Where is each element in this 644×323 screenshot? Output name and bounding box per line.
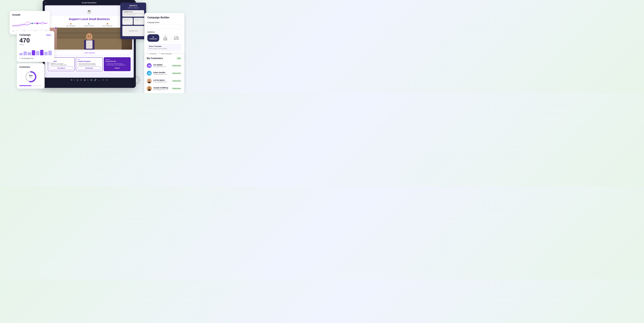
customers-progress-bar <box>20 85 42 86</box>
customer-name-adam: Adam Sandler <box>153 71 170 73</box>
separator-1: | <box>80 24 80 26</box>
customer-email-joseph: joseph.g@domain.com <box>153 89 170 90</box>
svg-text:Open: Open <box>29 77 32 78</box>
audience-tabs: ⊞ Collection 📋 Copy Paste ⬆ File Upload <box>147 34 181 42</box>
truck-icon: 🚚 <box>70 23 72 24</box>
get-shipped-item: 🚚 Get It Shipped <box>66 23 75 27</box>
status-badge-adam: Subscribed <box>172 72 182 74</box>
delivery-icon: 📦 <box>106 23 108 24</box>
widget-half-1[interactable] <box>122 18 133 25</box>
see-options-button[interactable]: See Options <box>50 67 73 70</box>
my-customers-header: My Customers 149 <box>147 57 182 60</box>
donut-chart-wrap: 53% Open <box>20 70 42 83</box>
promo-bullets-fire: Directly aid community heroes. Ensure sa… <box>105 63 129 66</box>
growth-title: Growth <box>12 13 47 16</box>
campaign-name-input[interactable] <box>147 24 181 29</box>
my-customers-title: My Customers <box>147 57 163 60</box>
widgets-panel-subtitle: (DRAG & DROP) <box>122 7 144 9</box>
get-delivered-label: Get It Delivered <box>102 25 112 27</box>
align-button[interactable]: ≡ <box>88 79 88 81</box>
audience-label: Audience <box>147 31 181 33</box>
customer-row-lorina: Lorina Agnes lorina.a@domain.com Subscri… <box>147 77 182 85</box>
email-logo-area: ☕ <box>46 7 132 16</box>
grid-button[interactable]: ⊞ <box>90 79 92 81</box>
email-badge: Email <box>46 34 52 36</box>
bold-button[interactable]: B <box>71 79 72 81</box>
avatar-adam: AS <box>147 71 152 76</box>
bar-8 <box>48 51 52 55</box>
promo-card-loyalty: Join Loyalty Program Earn points with ev… <box>76 57 103 71</box>
tab-copy-paste[interactable]: 📋 Copy Paste <box>160 34 170 42</box>
svg-point-0 <box>32 23 33 24</box>
font-button[interactable]: A <box>80 79 82 81</box>
promo-bullets-loyalty: Earn points with every purchase. Exclusi… <box>77 63 101 66</box>
campaign-builder-card: Campaign Builder Campaign Name Audience … <box>144 13 184 58</box>
customers-card: Customers 53% Open <box>17 63 44 89</box>
link-button[interactable]: 🔗 <box>94 79 96 81</box>
email-logo-icon: ☕ <box>87 9 92 14</box>
customer-name-tim: Tim Walker <box>153 64 170 66</box>
redo-button[interactable]: ↪ <box>106 79 108 81</box>
campaign-footer-label: Knowledge Drip <box>22 57 33 59</box>
donut-chart: 53% Open <box>24 70 37 83</box>
widget-item-1[interactable]: CONTENT TITLE <box>122 10 144 17</box>
italic-button[interactable]: I <box>74 79 75 81</box>
undo-button[interactable]: ↩ <box>102 79 104 81</box>
customer-info-adam: Adam Sandler s.adam@domain.com <box>153 71 170 75</box>
my-customers-panel: My Customers 149 TW Tim Walker tim.w@dom… <box>144 54 184 93</box>
avatar-joseph <box>147 86 152 91</box>
campaign-card-title: Campaign <box>20 33 31 36</box>
customer-email-lorina: lorina.a@domain.com <box>153 81 170 83</box>
support-button[interactable]: Support <box>105 67 129 69</box>
add-widget-label: + ADD WIDGET <box>83 52 95 54</box>
bar-3 <box>28 52 31 55</box>
svg-line-33 <box>138 79 140 79</box>
separator-2: | <box>98 24 98 26</box>
w-line4 <box>134 20 140 20</box>
more-button[interactable]: … <box>98 79 100 81</box>
email-cards-row: Buy Gift Card Perfect for any occasion. … <box>46 56 132 72</box>
review-now-button[interactable]: Review Now <box>77 67 101 70</box>
customer-row-adam: AS Adam Sandler s.adam@domain.com Subscr… <box>147 69 182 77</box>
promo-bullets-gift: Perfect for any occasion. Easy, convenie… <box>50 63 73 66</box>
svg-point-14 <box>90 36 91 36</box>
widgets-panel-title: WIDGETS <box>122 5 144 6</box>
close-icon[interactable]: ✕ <box>45 1 46 4</box>
svg-line-26 <box>138 77 139 78</box>
pickup-store-label: Pickup In Store <box>84 25 94 27</box>
bar-4 <box>32 50 35 55</box>
widget-line-2 <box>124 14 135 15</box>
add-widget-bar[interactable]: + ADD WIDGET <box>48 51 131 55</box>
tab-file-upload[interactable]: ⬆ File Upload <box>172 34 181 42</box>
email-icons-row: 🚚 Get It Shipped | 🏪 Pickup In Store | 📦… <box>46 22 132 28</box>
customer-name-joseph: Joseph Goldberg <box>153 87 170 89</box>
campaign-builder-title: Campaign Builder <box>147 16 181 19</box>
contrast-button[interactable]: ◑ <box>84 79 85 81</box>
pickup-store-item: 🏪 Pickup In Store <box>84 23 94 27</box>
copy-paste-icon: 📋 <box>164 35 166 37</box>
customer-email-tim: tim.w@domain.com <box>153 66 170 67</box>
my-customers-count: 149 <box>176 57 182 60</box>
promo-card-fire: Support Local Fire St... Directly aid co… <box>104 57 131 71</box>
bar-6 <box>40 50 44 55</box>
upload-icon: ⬆ <box>174 36 176 38</box>
promo-action-support: Support <box>105 59 129 60</box>
editor-toolbar: B I U A ◑ ≡ ⊞ 🔗 … ↩ ↪ <box>43 78 136 82</box>
underline-button[interactable]: U <box>77 79 78 81</box>
campaign-bar-chart <box>20 47 52 55</box>
w-line2 <box>123 20 128 20</box>
tab-collection[interactable]: ⊞ Collection <box>147 34 159 42</box>
svg-rect-12 <box>86 40 92 49</box>
widget-half-2[interactable] <box>134 18 144 25</box>
widget-two-col <box>122 18 144 25</box>
select-template-box[interactable]: Select Template Select ready to use temp… <box>147 44 181 51</box>
customer-info-tim: Tim Walker tim.w@domain.com <box>153 64 170 67</box>
growth-chart <box>12 18 47 29</box>
customer-row-joseph: Joseph Goldberg joseph.g@domain.com Subs… <box>147 85 182 92</box>
avatar-tim: TW <box>147 63 152 68</box>
email-hero-image <box>46 28 132 50</box>
svg-point-13 <box>88 36 88 36</box>
widget-content-area[interactable]: CONTENT TITLE <box>122 26 144 36</box>
campaign-views-number: 470 <box>20 37 52 43</box>
status-badge-lorina: Subscribed <box>172 80 182 82</box>
